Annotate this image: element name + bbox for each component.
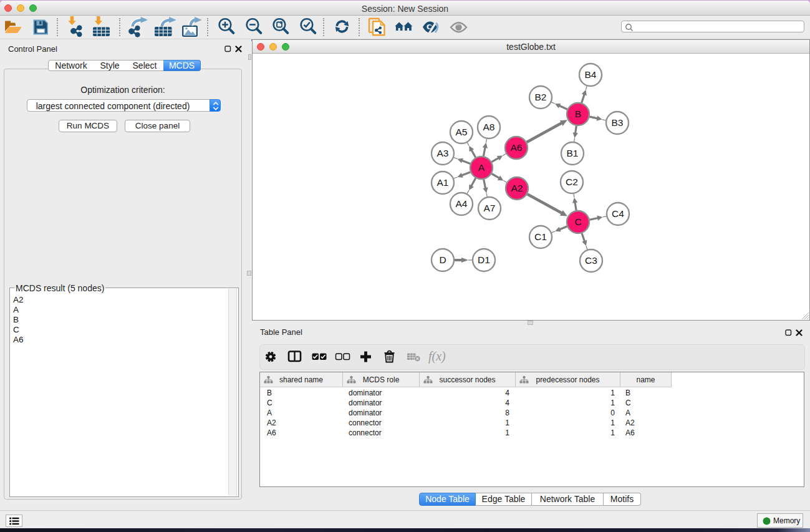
svg-text:B2: B2 [535, 92, 547, 102]
svg-text:A1: A1 [437, 177, 449, 188]
svg-text:A4: A4 [456, 198, 468, 209]
svg-text:A8: A8 [483, 122, 495, 132]
svg-text:C: C [574, 216, 581, 227]
svg-text:C4: C4 [612, 208, 624, 219]
svg-text:A5: A5 [456, 127, 468, 137]
svg-text:A: A [478, 162, 485, 173]
svg-text:B4: B4 [585, 69, 597, 80]
svg-text:A3: A3 [437, 148, 449, 158]
svg-text:B3: B3 [612, 117, 624, 128]
svg-text:D1: D1 [478, 254, 490, 265]
svg-text:C2: C2 [566, 177, 578, 187]
svg-text:D: D [439, 254, 446, 265]
svg-text:B1: B1 [567, 148, 579, 158]
svg-text:A7: A7 [484, 203, 496, 213]
svg-text:C1: C1 [534, 231, 547, 242]
svg-text:A2: A2 [511, 183, 523, 193]
svg-text:A6: A6 [511, 142, 523, 153]
svg-text:C3: C3 [585, 255, 597, 266]
svg-text:B: B [575, 109, 581, 119]
